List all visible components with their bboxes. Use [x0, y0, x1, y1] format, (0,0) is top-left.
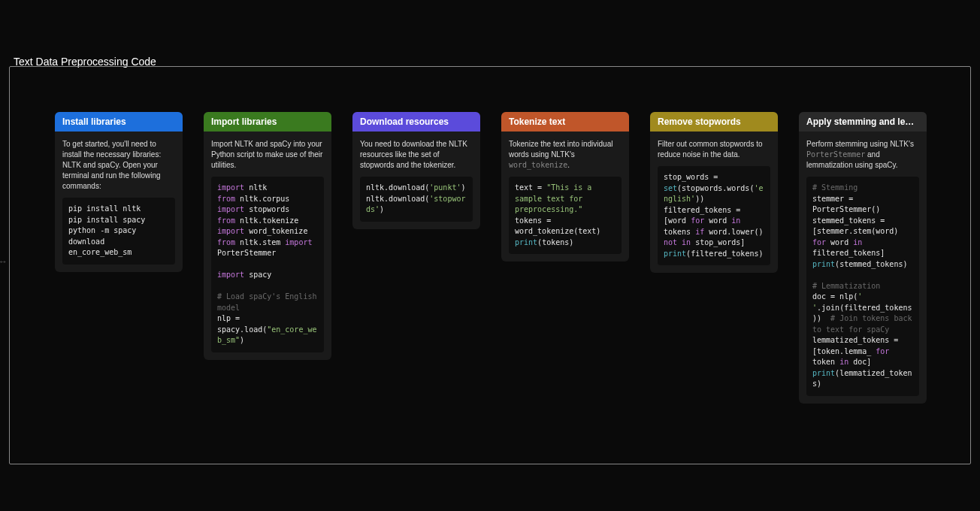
card-body: Filter out common stopwords to reduce no…: [650, 132, 778, 273]
card-body: Perform stemming using NLTK's PorterStem…: [799, 132, 927, 404]
scroll-handle[interactable]: ↔: [0, 256, 6, 268]
step-card[interactable]: Tokenize textTokenize the text into indi…: [501, 112, 629, 262]
card-header: Import libraries: [204, 112, 331, 132]
card-header: Apply stemming and lem…: [799, 112, 927, 132]
card-header: Remove stopwords: [650, 112, 778, 132]
code-block[interactable]: # Stemming stemmer = PorterStemmer() ste…: [806, 177, 919, 396]
step-card[interactable]: Remove stopwordsFilter out common stopwo…: [650, 112, 778, 273]
step-card[interactable]: Install librariesTo get started, you'll …: [55, 112, 183, 272]
code-block[interactable]: pip install nltk pip install spacy pytho…: [62, 198, 175, 265]
card-description: Import NLTK and spaCy into your Python s…: [211, 139, 324, 171]
code-block[interactable]: stop_words = set(stopwords.words('englis…: [658, 166, 770, 265]
step-card[interactable]: Download resourcesYou need to download t…: [352, 112, 480, 229]
step-card[interactable]: Apply stemming and lem…Perform stemming …: [799, 112, 927, 404]
card-body: You need to download the NLTK resources …: [352, 132, 480, 229]
card-header: Download resources: [352, 112, 480, 132]
cards-row: Install librariesTo get started, you'll …: [55, 112, 925, 404]
card-description: You need to download the NLTK resources …: [360, 139, 473, 171]
card-body: Tokenize the text into individual words …: [501, 132, 629, 262]
card-description: Perform stemming using NLTK's PorterStem…: [806, 139, 919, 171]
step-card[interactable]: Import librariesImport NLTK and spaCy in…: [204, 112, 331, 360]
code-block[interactable]: text = "This is a sample text for prepro…: [509, 177, 622, 254]
card-description: Tokenize the text into individual words …: [509, 139, 622, 171]
code-block[interactable]: import nltk from nltk.corpus import stop…: [211, 177, 324, 352]
card-header: Tokenize text: [501, 112, 629, 132]
code-steps-container: Install librariesTo get started, you'll …: [9, 66, 971, 464]
card-description: To get started, you'll need to install t…: [62, 139, 175, 192]
code-block[interactable]: nltk.download('punkt') nltk.download('st…: [360, 177, 473, 222]
card-body: Import NLTK and spaCy into your Python s…: [204, 132, 331, 360]
card-description: Filter out common stopwords to reduce no…: [658, 139, 770, 160]
card-body: To get started, you'll need to install t…: [55, 132, 183, 272]
card-header: Install libraries: [55, 112, 183, 132]
